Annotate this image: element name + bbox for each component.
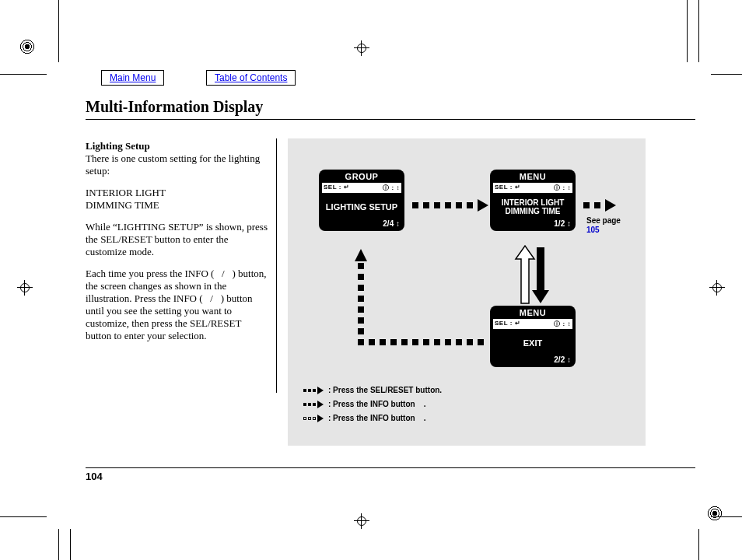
hollow-dash-arrow-icon: [303, 415, 324, 422]
svg-rect-21: [445, 339, 451, 345]
svg-rect-27: [358, 306, 364, 313]
crop-mark-icon: [70, 529, 71, 560]
svg-rect-0: [412, 202, 418, 208]
section-subhead: Lighting Setup: [86, 140, 150, 152]
crop-mark-icon: [711, 516, 742, 517]
body-text-column: Lighting Setup There is one custom setti…: [86, 140, 268, 352]
page-link[interactable]: 105: [586, 226, 600, 234]
legend: : Press the SEL/RESET button. : Press th…: [303, 383, 442, 425]
svg-rect-3: [445, 202, 451, 208]
solid-dash-arrow-icon: [303, 401, 324, 408]
page-title: Multi-Information Display: [86, 98, 695, 120]
column-divider: [276, 138, 277, 393]
svg-rect-20: [434, 339, 440, 345]
solid-dash-arrow-icon: [303, 387, 324, 394]
registration-mark-icon: [707, 506, 723, 521]
svg-rect-15: [380, 339, 386, 345]
svg-rect-24: [478, 339, 484, 345]
svg-marker-9: [605, 199, 616, 212]
registration-mark-icon: [19, 39, 35, 54]
svg-rect-18: [412, 339, 418, 345]
diagram-figure: GROUP SEL : ↵ ⓘ : ↕ LIGHTING SETUP 2/4 ↕…: [288, 138, 646, 446]
svg-rect-22: [456, 339, 462, 345]
svg-rect-31: [358, 263, 364, 269]
see-page-label: See page: [586, 216, 621, 225]
svg-marker-6: [478, 199, 488, 212]
see-page-note: See page 105: [586, 216, 621, 235]
svg-rect-4: [456, 202, 462, 208]
center-registration-icon: [354, 513, 369, 529]
svg-rect-1: [423, 202, 429, 208]
svg-rect-30: [358, 274, 364, 280]
legend-row: : Press the SEL/RESET button.: [303, 383, 442, 397]
legend-text: : Press the INFO button .: [328, 397, 426, 411]
svg-rect-16: [390, 339, 397, 345]
center-registration-icon: [354, 40, 369, 56]
crop-mark-icon: [698, 529, 699, 560]
paragraph: INTERIOR LIGHT: [86, 187, 166, 198]
paragraph: DIMMING TIME: [86, 199, 159, 211]
crop-mark-icon: [711, 74, 742, 75]
svg-rect-7: [583, 202, 590, 208]
svg-rect-28: [358, 296, 364, 302]
svg-marker-32: [355, 249, 367, 261]
svg-marker-11: [532, 290, 549, 303]
svg-rect-23: [467, 339, 473, 345]
center-registration-icon: [17, 280, 33, 296]
svg-rect-26: [358, 317, 364, 324]
legend-row: : Press the INFO button .: [303, 411, 442, 425]
legend-text: : Press the INFO button .: [328, 411, 426, 425]
svg-rect-13: [358, 339, 364, 345]
svg-rect-5: [467, 202, 473, 208]
page-number: 104: [86, 467, 695, 482]
crop-mark-icon: [58, 0, 59, 62]
legend-row: : Press the INFO button .: [303, 397, 442, 411]
svg-rect-8: [594, 202, 600, 208]
paragraph: Each time you press the INFO ( / ) butto…: [86, 268, 268, 342]
center-registration-icon: [709, 280, 725, 296]
crop-mark-icon: [58, 529, 59, 560]
crop-mark-icon: [687, 0, 688, 62]
paragraph: There is one custom setting for the ligh…: [86, 152, 260, 177]
legend-text: : Press the SEL/RESET button.: [328, 383, 442, 397]
svg-rect-2: [434, 202, 440, 208]
svg-marker-12: [516, 246, 534, 303]
crop-mark-icon: [698, 0, 699, 62]
crop-mark-icon: [0, 516, 47, 517]
svg-rect-17: [401, 339, 408, 345]
svg-rect-25: [358, 328, 364, 334]
svg-rect-14: [369, 339, 375, 345]
main-menu-button[interactable]: Main Menu: [101, 70, 164, 86]
toc-button[interactable]: Table of Contents: [206, 70, 296, 86]
paragraph: While “LIGHTING SETUP” is shown, press t…: [86, 221, 268, 258]
svg-rect-19: [423, 339, 429, 345]
page-content: Main Menu Table of Contents Multi-Inform…: [86, 70, 695, 513]
svg-rect-10: [537, 247, 544, 290]
svg-rect-29: [358, 285, 364, 291]
crop-mark-icon: [0, 74, 47, 75]
